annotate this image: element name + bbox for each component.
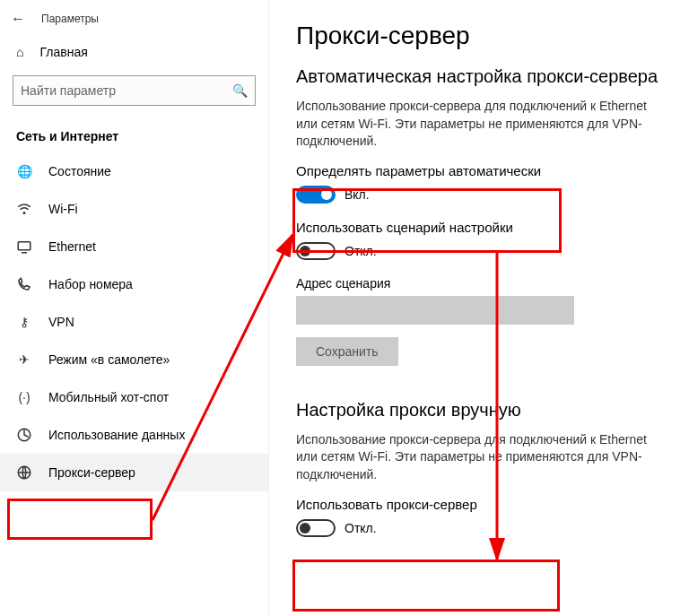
nav-label: Использование данных [48,428,185,442]
nav-item-ethernet[interactable]: Ethernet [0,228,268,265]
section-heading: Сеть и Интернет [0,113,268,152]
detect-label: Определять параметры автоматически [296,163,662,178]
detect-toggle[interactable] [296,186,336,204]
auto-desc: Использование прокси-сервера для подключ… [296,98,655,151]
nav-label: Wi-Fi [48,202,78,216]
nav-label: VPN [48,315,74,329]
home-label: Главная [39,45,87,59]
nav-label: Мобильный хот-спот [48,390,169,404]
home-icon: ⌂ [16,45,23,59]
script-state: Откл. [344,244,377,258]
nav-item-hotspot[interactable]: (·) Мобильный хот-спот [0,378,268,416]
script-addr-input[interactable] [296,296,574,325]
save-button[interactable]: Сохранить [296,337,398,366]
nav-item-proxy[interactable]: Прокси-сервер [0,454,268,491]
search-icon: 🔍 [232,83,248,98]
useproxy-state: Откл. [344,521,377,535]
nav-label: Прокси-сервер [48,465,135,480]
useproxy-toggle[interactable] [296,519,336,537]
vpn-icon: ⚷ [16,314,32,330]
content-area: Прокси-сервер Автоматическая настройка п… [269,0,689,616]
nav-item-wifi[interactable]: Wi-Fi [0,190,268,228]
script-addr-label: Адрес сценария [296,276,662,291]
svg-point-0 [23,213,25,214]
home-link[interactable]: ⌂ Главная [0,36,268,68]
nav-label: Набор номера [48,277,133,291]
auto-heading: Автоматическая настройка прокси-сервера [296,66,662,87]
nav-label: Режим «в самолете» [48,352,170,367]
page-title: Прокси-сервер [296,22,662,50]
manual-heading: Настройка прокси вручную [296,400,662,421]
script-toggle[interactable] [296,242,336,260]
ethernet-icon [16,239,32,255]
status-icon: 🌐 [16,163,32,179]
nav-item-airplane[interactable]: ✈ Режим «в самолете» [0,341,268,378]
nav-item-datausage[interactable]: Использование данных [0,416,268,454]
script-label: Использовать сценарий настройки [296,220,662,235]
app-title: Параметры [41,13,99,25]
dialup-icon [16,276,32,292]
nav-item-vpn[interactable]: ⚷ VPN [0,303,268,341]
back-button[interactable]: ← [11,11,25,27]
airplane-icon: ✈ [16,351,32,368]
detect-state: Вкл. [344,187,370,202]
wifi-icon [16,201,32,217]
datausage-icon [16,427,32,443]
sidebar: ← Параметры ⌂ Главная Найти параметр 🔍 С… [0,0,269,616]
nav-item-dialup[interactable]: Набор номера [0,265,268,303]
manual-desc: Использование прокси-сервера для подключ… [296,431,655,484]
nav-label: Ethernet [48,239,96,254]
proxy-icon [16,464,32,481]
svg-rect-1 [18,242,31,250]
search-input[interactable]: Найти параметр 🔍 [13,75,256,106]
search-placeholder: Найти параметр [21,83,116,98]
hotspot-icon: (·) [16,389,32,405]
nav-label: Состояние [48,164,111,178]
useproxy-label: Использовать прокси-сервер [296,497,662,512]
nav-item-status[interactable]: 🌐 Состояние [0,152,268,190]
